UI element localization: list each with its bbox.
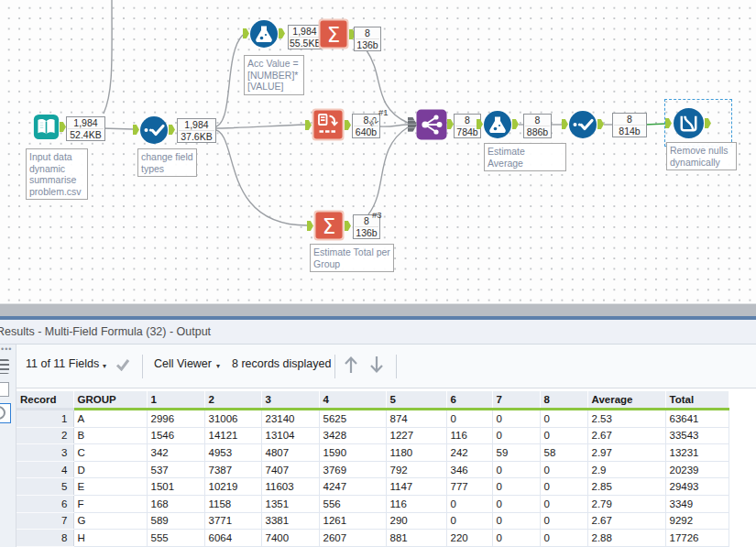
data-cell[interactable]: 5625 — [319, 410, 386, 428]
data-cell[interactable]: 29493 — [665, 478, 729, 496]
data-cell[interactable]: 1147 — [386, 478, 446, 496]
data-cell[interactable]: 1180 — [386, 444, 446, 462]
connection-wire[interactable] — [378, 125, 408, 126]
column-header-7[interactable]: 7 — [492, 391, 540, 410]
table-row[interactable]: 3C342495348071590118024259582.9713231 — [16, 444, 729, 462]
record-number-cell[interactable]: 7 — [16, 512, 73, 530]
data-cell[interactable]: 116 — [386, 495, 446, 512]
data-cell[interactable]: G — [73, 512, 147, 530]
data-cell[interactable]: 3381 — [261, 512, 319, 530]
data-cell[interactable]: 33543 — [665, 427, 729, 444]
data-cell[interactable]: 7400 — [261, 530, 319, 547]
data-cell[interactable]: 2.97 — [587, 444, 665, 462]
arrow-up-icon[interactable] — [343, 355, 359, 375]
data-cell[interactable]: 7407 — [261, 461, 319, 478]
data-cell[interactable]: 555 — [147, 530, 204, 547]
chevron-down-icon[interactable]: ▾ — [103, 362, 106, 370]
data-cell[interactable]: 3771 — [204, 512, 261, 530]
data-cell[interactable]: 0 — [446, 512, 492, 530]
column-header-8[interactable]: 8 — [540, 391, 587, 410]
tool-caption[interactable]: Estimate Average — [484, 143, 566, 171]
table-row[interactable]: 5E1501102191160342471147777002.8529493 — [16, 478, 729, 496]
data-cell[interactable]: 9292 — [665, 512, 729, 530]
data-cell[interactable]: 0 — [492, 410, 540, 428]
data-cell[interactable]: 1501 — [147, 478, 204, 496]
data-cell[interactable]: 0 — [540, 427, 587, 444]
connection-wire[interactable] — [102, 128, 133, 129]
data-cell[interactable]: 14121 — [204, 427, 261, 444]
data-cell[interactable]: 556 — [319, 495, 386, 512]
column-header-record[interactable]: Record — [16, 391, 73, 410]
data-cell[interactable]: 58 — [540, 444, 587, 462]
data-cell[interactable]: 23140 — [261, 410, 319, 428]
data-cell[interactable]: 0 — [446, 410, 492, 428]
multi-field-formula-tool[interactable] — [312, 108, 345, 141]
table-row[interactable]: 4D537738774073769792346002.920239 — [16, 461, 729, 478]
dynamic-select-tool[interactable] — [673, 107, 705, 139]
column-header-3[interactable]: 3 — [261, 391, 319, 410]
data-cell[interactable]: 116 — [446, 427, 492, 444]
data-cell[interactable]: 13104 — [261, 427, 319, 444]
data-cell[interactable]: 1590 — [319, 444, 386, 462]
data-cell[interactable]: 792 — [386, 461, 446, 478]
tool-caption[interactable]: Input data dynamic summarise problem.csv — [26, 148, 88, 200]
tool-annotation[interactable]: 8 136b — [354, 27, 381, 51]
select-tool-2[interactable] — [568, 110, 597, 139]
data-cell[interactable]: 0 — [540, 530, 587, 547]
data-cell[interactable]: 0 — [446, 495, 492, 512]
data-cell[interactable]: 6064 — [204, 530, 261, 547]
table-row[interactable]: 2B1546141211310434281227116002.6733543 — [16, 427, 729, 444]
data-cell[interactable]: 589 — [147, 512, 204, 530]
data-cell[interactable]: 11603 — [261, 478, 319, 496]
chevron-down-icon[interactable]: ▾ — [216, 362, 220, 370]
workflow-canvas[interactable]: 1,984 52.4KB Input data dynamic summaris… — [0, 0, 756, 303]
data-cell[interactable]: 881 — [386, 530, 446, 547]
data-cell[interactable]: 2.67 — [587, 512, 665, 530]
splitter-dots-icon[interactable]: ••• — [1, 345, 12, 354]
data-cell[interactable]: 0 — [492, 427, 540, 444]
table-row[interactable]: 8H555606474002607881220002.8817726 — [16, 530, 729, 547]
connection-wire-selected[interactable] — [645, 124, 666, 125]
record-number-cell[interactable]: 4 — [16, 461, 73, 478]
connections-menu-icon[interactable] — [0, 359, 9, 374]
tool-caption[interactable]: change field types — [137, 148, 197, 177]
data-cell[interactable]: B — [73, 427, 147, 444]
data-cell[interactable]: F — [73, 495, 147, 512]
record-number-cell[interactable]: 5 — [16, 478, 73, 496]
data-cell[interactable]: 2607 — [319, 530, 386, 547]
data-cell[interactable]: 3769 — [319, 461, 386, 478]
data-cell[interactable]: 4953 — [204, 444, 261, 462]
column-header-average[interactable]: Average — [587, 391, 665, 410]
panel-splitter[interactable] — [0, 303, 756, 316]
column-header-group[interactable]: GROUP — [73, 391, 147, 410]
data-cell[interactable]: 777 — [446, 478, 492, 496]
data-cell[interactable]: 31006 — [204, 410, 261, 428]
data-cell[interactable]: 20239 — [665, 461, 729, 478]
record-number-cell[interactable]: 1 — [16, 410, 73, 428]
record-number-cell[interactable]: 8 — [16, 530, 73, 547]
input-data-tool[interactable] — [33, 114, 60, 140]
data-cell[interactable]: 13231 — [665, 444, 729, 462]
data-cell[interactable]: 537 — [147, 461, 204, 478]
record-number-cell[interactable]: 6 — [16, 495, 73, 512]
data-cell[interactable]: D — [73, 461, 147, 478]
data-cell[interactable]: 7387 — [204, 461, 261, 478]
connection-wire[interactable] — [213, 125, 305, 128]
table-row[interactable]: 6F168115813515561160002.793349 — [16, 495, 729, 512]
tool-caption[interactable]: Estimate Total per Group — [310, 244, 394, 272]
data-cell[interactable]: 1158 — [204, 495, 261, 512]
fields-dropdown[interactable]: 11 of 11 Fields — [26, 357, 99, 370]
input-connection-button[interactable] — [0, 382, 9, 397]
formula-tool-2[interactable] — [483, 110, 512, 139]
tool-annotation[interactable]: 1,984 37.6KB — [177, 118, 216, 143]
data-cell[interactable]: 0 — [540, 512, 587, 530]
data-cell[interactable]: 242 — [446, 444, 492, 462]
data-cell[interactable]: 0 — [540, 461, 587, 478]
data-cell[interactable]: 2.88 — [587, 530, 665, 547]
connection-wire[interactable] — [368, 127, 408, 214]
table-row[interactable]: 1A2996310062314056258740002.5363641 — [16, 410, 729, 428]
data-cell[interactable]: C — [73, 444, 147, 462]
tool-caption[interactable]: Acc Value = [NUMBER]* [VALUE] — [244, 55, 304, 95]
data-cell[interactable]: A — [73, 410, 147, 428]
arrow-down-icon[interactable] — [368, 355, 385, 375]
